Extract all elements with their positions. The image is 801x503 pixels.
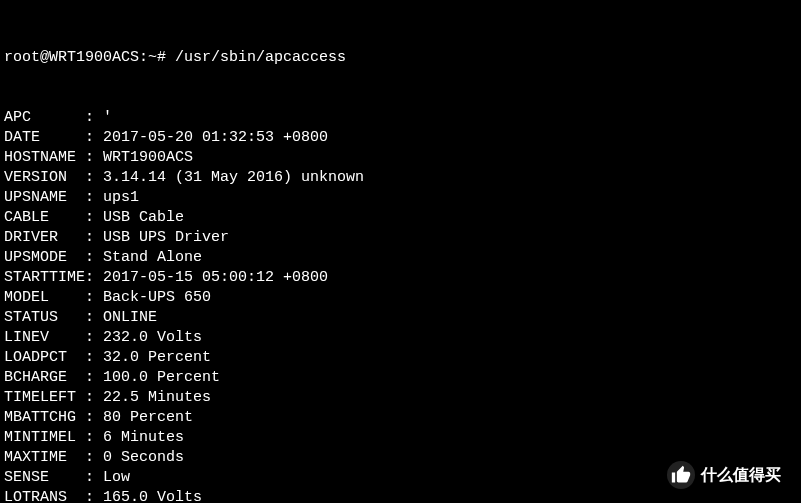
- output-row: STATUS : ONLINE: [4, 308, 797, 328]
- field-label: UPSNAME: [4, 188, 85, 208]
- watermark: 什么值得买: [659, 457, 789, 493]
- output-row: STARTTIME: 2017-05-15 05:00:12 +0800: [4, 268, 797, 288]
- field-label: LOTRANS: [4, 488, 85, 503]
- field-value: 32.0 Percent: [103, 348, 211, 368]
- field-separator: :: [85, 408, 103, 428]
- field-value: WRT1900ACS: [103, 148, 193, 168]
- watermark-text: 什么值得买: [701, 465, 781, 485]
- output-row: LINEV : 232.0 Volts: [4, 328, 797, 348]
- field-separator: :: [85, 288, 103, 308]
- field-value: ups1: [103, 188, 139, 208]
- field-separator: :: [85, 168, 103, 188]
- command-prompt: root@WRT1900ACS:~# /usr/sbin/apcaccess: [4, 49, 346, 66]
- field-separator: :: [85, 148, 103, 168]
- watermark-thumbs-up-icon: [667, 461, 695, 489]
- field-label: STATUS: [4, 308, 85, 328]
- output-row: MBATTCHG : 80 Percent: [4, 408, 797, 428]
- field-separator: :: [85, 248, 103, 268]
- field-label: SENSE: [4, 468, 85, 488]
- field-separator: :: [85, 488, 103, 503]
- field-label: HOSTNAME: [4, 148, 85, 168]
- field-label: MBATTCHG: [4, 408, 85, 428]
- output-row: VERSION : 3.14.14 (31 May 2016) unknown: [4, 168, 797, 188]
- field-separator: :: [85, 368, 103, 388]
- field-value: ONLINE: [103, 308, 157, 328]
- field-value: 6 Minutes: [103, 428, 184, 448]
- field-value: Low: [103, 468, 130, 488]
- field-label: MAXTIME: [4, 448, 85, 468]
- output-row: TIMELEFT : 22.5 Minutes: [4, 388, 797, 408]
- field-separator: :: [85, 268, 103, 288]
- output-row: BCHARGE : 100.0 Percent: [4, 368, 797, 388]
- field-value: 22.5 Minutes: [103, 388, 211, 408]
- field-separator: :: [85, 108, 103, 128]
- field-value: USB Cable: [103, 208, 184, 228]
- output-row: CABLE : USB Cable: [4, 208, 797, 228]
- field-value: 0 Seconds: [103, 448, 184, 468]
- output-row: LOADPCT : 32.0 Percent: [4, 348, 797, 368]
- output-row: DATE : 2017-05-20 01:32:53 +0800: [4, 128, 797, 148]
- field-label: DRIVER: [4, 228, 85, 248]
- field-value: 80 Percent: [103, 408, 193, 428]
- field-separator: :: [85, 348, 103, 368]
- field-value: 2017-05-15 05:00:12 +0800: [103, 268, 328, 288]
- field-label: MINTIMEL: [4, 428, 85, 448]
- field-separator: :: [85, 388, 103, 408]
- field-value: Back-UPS 650: [103, 288, 211, 308]
- field-value: USB UPS Driver: [103, 228, 229, 248]
- output-row: UPSMODE : Stand Alone: [4, 248, 797, 268]
- field-separator: :: [85, 428, 103, 448]
- output-row: MODEL : Back-UPS 650: [4, 288, 797, 308]
- output-row: HOSTNAME : WRT1900ACS: [4, 148, 797, 168]
- field-value: 3.14.14 (31 May 2016) unknown: [103, 168, 364, 188]
- field-separator: :: [85, 448, 103, 468]
- field-separator: :: [85, 128, 103, 148]
- field-separator: :: [85, 208, 103, 228]
- field-value: 100.0 Percent: [103, 368, 220, 388]
- field-separator: :: [85, 328, 103, 348]
- field-separator: :: [85, 308, 103, 328]
- field-label: STARTTIME: [4, 268, 85, 288]
- field-label: DATE: [4, 128, 85, 148]
- output-row: MINTIMEL : 6 Minutes: [4, 428, 797, 448]
- field-value: 232.0 Volts: [103, 328, 202, 348]
- field-separator: :: [85, 468, 103, 488]
- field-label: APC: [4, 108, 85, 128]
- field-label: VERSION: [4, 168, 85, 188]
- field-value: ': [103, 108, 112, 128]
- field-label: TIMELEFT: [4, 388, 85, 408]
- field-label: BCHARGE: [4, 368, 85, 388]
- output-row: UPSNAME : ups1: [4, 188, 797, 208]
- field-label: UPSMODE: [4, 248, 85, 268]
- field-value: 2017-05-20 01:32:53 +0800: [103, 128, 328, 148]
- output-row: APC : ': [4, 108, 797, 128]
- field-label: LOADPCT: [4, 348, 85, 368]
- field-label: CABLE: [4, 208, 85, 228]
- output-fields: APC : 'DATE : 2017-05-20 01:32:53 +0800H…: [4, 108, 797, 503]
- field-separator: :: [85, 188, 103, 208]
- field-separator: :: [85, 228, 103, 248]
- command-prompt-line: root@WRT1900ACS:~# /usr/sbin/apcaccess: [4, 48, 797, 68]
- field-label: LINEV: [4, 328, 85, 348]
- terminal-output: root@WRT1900ACS:~# /usr/sbin/apcaccess A…: [4, 8, 797, 503]
- output-row: DRIVER : USB UPS Driver: [4, 228, 797, 248]
- field-value: Stand Alone: [103, 248, 202, 268]
- field-label: MODEL: [4, 288, 85, 308]
- field-value: 165.0 Volts: [103, 488, 202, 503]
